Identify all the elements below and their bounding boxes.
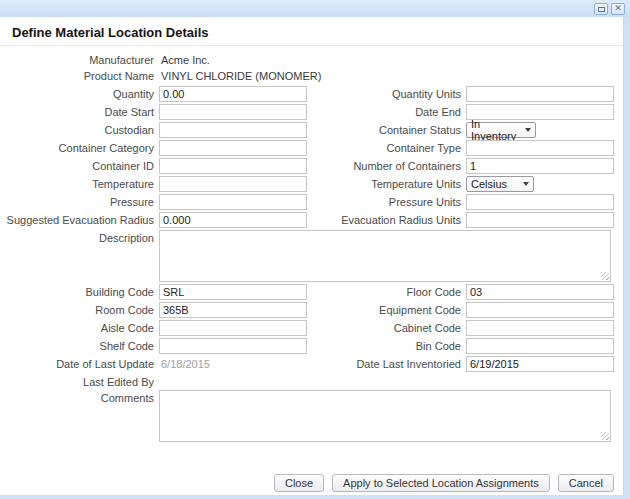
evacuation-radius-row: Suggested Evacuation Radius Evacuation R… xyxy=(0,212,623,228)
material-location-form: Manufacturer Acme Inc. Product Name VINY… xyxy=(0,46,623,442)
building-code-row: Building Code Floor Code xyxy=(0,284,623,300)
last-edited-by-row: Last Edited By xyxy=(0,374,623,389)
container-id-label: Container ID xyxy=(0,160,159,172)
number-of-containers-label: Number of Containers xyxy=(307,160,466,172)
shelf-code-row: Shelf Code Bin Code xyxy=(0,338,623,354)
container-id-input[interactable] xyxy=(159,158,307,174)
evacuation-radius-units-input[interactable] xyxy=(466,212,614,228)
pressure-input[interactable] xyxy=(159,194,307,210)
container-status-value: In Inventory xyxy=(471,118,521,142)
date-end-label: Date End xyxy=(307,106,466,118)
page-title: Define Material Location Details xyxy=(0,17,623,46)
equipment-code-input[interactable] xyxy=(466,302,614,318)
temperature-label: Temperature xyxy=(0,178,159,190)
container-category-row: Container Category Container Type xyxy=(0,140,623,156)
aisle-code-label: Aisle Code xyxy=(0,322,159,334)
apply-to-selected-location-assignments-button[interactable]: Apply to Selected Location Assignments xyxy=(332,474,550,492)
comments-textarea[interactable] xyxy=(159,390,611,442)
date-of-last-update-value: 6/18/2015 xyxy=(159,358,307,370)
building-code-label: Building Code xyxy=(0,286,159,298)
date-last-inventoried-input[interactable] xyxy=(466,356,614,372)
manufacturer-label: Manufacturer xyxy=(0,54,159,66)
date-start-input[interactable] xyxy=(159,104,307,120)
pressure-units-input[interactable] xyxy=(466,194,614,210)
product-name-value: VINYL CHLORIDE (MONOMER) xyxy=(159,70,321,82)
description-row: Description xyxy=(0,230,623,282)
quantity-row: Quantity Quantity Units xyxy=(0,86,623,102)
dialog-content: Define Material Location Details Manufac… xyxy=(0,17,624,495)
evacuation-radius-units-label: Evacuation Radius Units xyxy=(307,214,466,226)
resize-grip-icon[interactable] xyxy=(601,432,609,440)
shelf-code-input[interactable] xyxy=(159,338,307,354)
date-start-row: Date Start Date End xyxy=(0,104,623,120)
equipment-code-label: Equipment Code xyxy=(307,304,466,316)
custodian-label: Custodian xyxy=(0,124,159,136)
manufacturer-value: Acme Inc. xyxy=(159,54,210,66)
number-of-containers-input[interactable] xyxy=(466,158,614,174)
bin-code-input[interactable] xyxy=(466,338,614,354)
aisle-code-row: Aisle Code Cabinet Code xyxy=(0,320,623,336)
temperature-input[interactable] xyxy=(159,176,307,192)
cabinet-code-input[interactable] xyxy=(466,320,614,336)
last-edited-by-label: Last Edited By xyxy=(0,376,159,388)
container-category-input[interactable] xyxy=(159,140,307,156)
floor-code-input[interactable] xyxy=(466,284,614,300)
container-category-label: Container Category xyxy=(0,142,159,154)
shelf-code-label: Shelf Code xyxy=(0,340,159,352)
close-dialog-button[interactable]: Close xyxy=(274,474,324,492)
room-code-label: Room Code xyxy=(0,304,159,316)
container-id-row: Container ID Number of Containers xyxy=(0,158,623,174)
bin-code-label: Bin Code xyxy=(307,340,466,352)
temperature-units-select[interactable]: Celsius xyxy=(466,176,534,192)
temperature-row: Temperature Temperature Units Celsius xyxy=(0,176,623,192)
close-button[interactable]: ✕ xyxy=(611,3,625,15)
cabinet-code-label: Cabinet Code xyxy=(307,322,466,334)
container-status-label: Container Status xyxy=(307,124,466,136)
suggested-evacuation-radius-input[interactable] xyxy=(159,212,307,228)
comments-label: Comments xyxy=(0,390,159,404)
chevron-down-icon xyxy=(523,182,529,186)
close-icon: ✕ xyxy=(614,4,622,13)
room-code-input[interactable] xyxy=(159,302,307,318)
custodian-row: Custodian Container Status In Inventory xyxy=(0,122,623,138)
container-type-label: Container Type xyxy=(307,142,466,154)
description-label: Description xyxy=(0,230,159,244)
dialog-footer: Close Apply to Selected Location Assignm… xyxy=(274,474,614,492)
date-last-inventoried-label: Date Last Inventoried xyxy=(307,358,466,370)
quantity-units-input[interactable] xyxy=(466,86,614,102)
floor-code-label: Floor Code xyxy=(307,286,466,298)
quantity-units-label: Quantity Units xyxy=(307,88,466,100)
pressure-row: Pressure Pressure Units xyxy=(0,194,623,210)
dates-row: Date of Last Update 6/18/2015 Date Last … xyxy=(0,356,623,372)
comments-row: Comments xyxy=(0,390,623,442)
pressure-label: Pressure xyxy=(0,196,159,208)
description-textarea[interactable] xyxy=(159,230,611,282)
cancel-button[interactable]: Cancel xyxy=(558,474,614,492)
quantity-input[interactable] xyxy=(159,86,307,102)
date-start-label: Date Start xyxy=(0,106,159,118)
temperature-units-value: Celsius xyxy=(471,178,507,190)
dialog-window: ✕ Define Material Location Details Manuf… xyxy=(0,0,630,499)
chevron-down-icon xyxy=(525,128,531,132)
manufacturer-row: Manufacturer Acme Inc. xyxy=(0,52,623,67)
temperature-units-label: Temperature Units xyxy=(307,178,466,190)
room-code-row: Room Code Equipment Code xyxy=(0,302,623,318)
quantity-label: Quantity xyxy=(0,88,159,100)
pressure-units-label: Pressure Units xyxy=(307,196,466,208)
container-type-input[interactable] xyxy=(466,140,614,156)
minimize-button[interactable] xyxy=(594,3,608,15)
resize-grip-icon[interactable] xyxy=(601,272,609,280)
aisle-code-input[interactable] xyxy=(159,320,307,336)
building-code-input[interactable] xyxy=(159,284,307,300)
date-of-last-update-label: Date of Last Update xyxy=(0,358,159,370)
product-name-row: Product Name VINYL CHLORIDE (MONOMER) xyxy=(0,68,623,83)
suggested-evacuation-radius-label: Suggested Evacuation Radius xyxy=(0,214,159,226)
product-name-label: Product Name xyxy=(0,70,159,82)
minimize-icon xyxy=(598,7,605,12)
custodian-input[interactable] xyxy=(159,122,307,138)
dialog-titlebar[interactable]: ✕ xyxy=(0,0,630,17)
container-status-select[interactable]: In Inventory xyxy=(466,122,536,138)
